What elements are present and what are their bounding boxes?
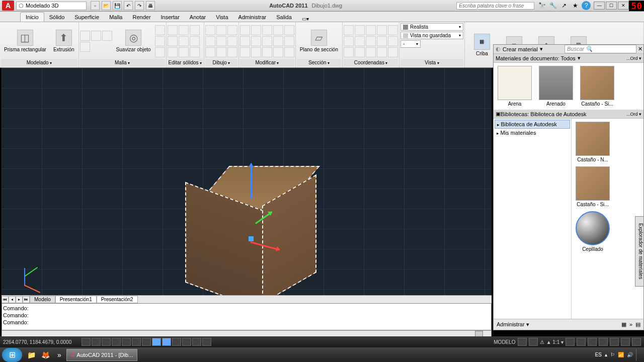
d-btn[interactable] [205, 36, 215, 46]
tab-salida[interactable]: Salida [271, 13, 297, 22]
suavizar-button[interactable]: Suavizar objeto [113, 29, 154, 53]
print-icon[interactable]: 🖶 [146, 1, 155, 10]
tray-arrow-icon[interactable]: ▴ [605, 352, 607, 357]
doc-materials-header[interactable]: Materiales de documento: Todos▾ ...Ord ▾ [494, 54, 643, 63]
explorer-icon[interactable]: 📁 [25, 349, 37, 361]
tree-autodesk-library[interactable]: Biblioteca de Autodesk [495, 120, 570, 129]
visual-style-combo[interactable]: Realista [400, 23, 463, 31]
material-arena[interactable]: Arena [497, 66, 533, 107]
volume-icon[interactable]: 🔊 [627, 352, 633, 357]
c-btn[interactable] [388, 36, 398, 46]
c-btn[interactable] [377, 25, 387, 35]
m-btn[interactable] [273, 25, 283, 35]
m-btn[interactable] [240, 25, 250, 35]
tab-presentacion1[interactable]: Presentación1 [55, 296, 97, 303]
m-btn[interactable] [262, 25, 272, 35]
tab-modelo[interactable]: Modelo [30, 296, 55, 303]
admin-dropdown[interactable]: Administrar ▾ [497, 321, 529, 328]
panel-title-modificar[interactable]: Modificar [240, 59, 294, 66]
workspace-selector[interactable]: Modelado 3D [16, 2, 87, 10]
d-btn[interactable] [227, 25, 237, 35]
criba-button[interactable]: ▦Criba [471, 33, 493, 57]
panel-title-malla[interactable]: Malla [80, 59, 165, 66]
se-btn[interactable] [190, 25, 200, 35]
close-button[interactable]: ✕ [618, 2, 629, 10]
footer-btn[interactable]: ▤ [635, 321, 640, 328]
materials-explorer-tab[interactable]: Explorador de materiales [635, 216, 644, 287]
m-btn[interactable] [262, 47, 272, 57]
status-btn[interactable] [610, 338, 619, 346]
taskbar-autocad[interactable]: AAutoCAD 2011 - [Dib... [66, 349, 137, 361]
lang-indicator[interactable]: ES [595, 352, 602, 357]
dyn-toggle[interactable] [162, 338, 171, 346]
tab-inicio[interactable]: Inicio [20, 12, 44, 22]
se-btn[interactable] [190, 47, 200, 57]
tab-solido[interactable]: Sólido [44, 13, 70, 22]
status-btn[interactable] [518, 338, 527, 346]
se-btn[interactable] [168, 36, 178, 46]
ducs-toggle[interactable] [152, 338, 161, 346]
layout-next[interactable]: ▸ [16, 296, 23, 303]
annotation-icon[interactable]: ⚠ [540, 339, 544, 345]
tab-vista[interactable]: Vista [211, 13, 233, 22]
maximize-button[interactable]: ☐ [606, 2, 617, 10]
library-header[interactable]: ▣ Bibliotecas: Biblioteca de Autodesk ..… [494, 110, 643, 119]
d-btn[interactable] [216, 47, 226, 57]
d-btn[interactable] [216, 25, 226, 35]
se-btn[interactable] [168, 47, 178, 57]
status-btn[interactable] [599, 338, 608, 346]
star-icon[interactable]: ★ [571, 1, 580, 10]
status-btn[interactable] [588, 338, 597, 346]
undo-icon[interactable]: ↶ [124, 1, 133, 10]
material-castano-si2[interactable]: Castaño - Si... [575, 166, 611, 207]
material-cepillado[interactable]: Cepillado [575, 211, 611, 252]
command-prompt-line[interactable]: Comando: [3, 319, 490, 326]
panel-title-seccion[interactable]: Sección [297, 59, 341, 66]
d-btn[interactable] [205, 47, 215, 57]
tpy-toggle[interactable] [182, 338, 191, 346]
c-btn[interactable] [366, 36, 376, 46]
material-arenado[interactable]: Arenado [538, 66, 574, 107]
lwt-toggle[interactable] [172, 338, 181, 346]
c-btn[interactable] [388, 25, 398, 35]
show-desktop[interactable] [636, 349, 640, 361]
status-btn[interactable] [577, 338, 586, 346]
m-btn[interactable] [251, 47, 261, 57]
m-btn[interactable] [273, 36, 283, 46]
layout-first[interactable]: ⏮ [2, 296, 9, 303]
qp-toggle[interactable] [192, 338, 201, 346]
help-search-input[interactable] [456, 2, 534, 10]
tab-render[interactable]: Render [127, 13, 155, 22]
layout-last[interactable]: ⏭ [23, 296, 30, 303]
view-combo[interactable]: Vista no guardada [400, 32, 463, 39]
c-btn[interactable] [355, 47, 365, 57]
c-btn[interactable] [344, 47, 354, 57]
redo-icon[interactable]: ↷ [135, 1, 144, 10]
m-btn[interactable] [262, 36, 272, 46]
m-btn[interactable] [284, 47, 294, 57]
mesh-btn[interactable] [91, 31, 101, 41]
se-btn[interactable] [190, 36, 200, 46]
ortho-toggle[interactable] [102, 338, 111, 346]
mesh-btn[interactable] [80, 42, 90, 52]
new-icon[interactable]: ▫ [91, 1, 100, 10]
status-btn[interactable] [529, 338, 538, 346]
material-search-input[interactable]: Buscar 🔍 [565, 45, 636, 53]
scale-combo[interactable]: ▲ 1:1 ▾ [546, 339, 564, 345]
sc-toggle[interactable] [202, 338, 211, 346]
tab-superficie[interactable]: Superficie [69, 13, 104, 22]
se-btn[interactable] [179, 25, 189, 35]
command-window[interactable]: Comando: Comando: Comando: [2, 303, 492, 330]
app-logo[interactable]: A [2, 1, 14, 11]
footer-btn[interactable]: ▦ [621, 321, 626, 328]
extrusion-button[interactable]: Extrusión [50, 29, 77, 53]
tree-my-materials[interactable]: Mis materiales [495, 129, 570, 137]
prisma-button[interactable]: Prisma rectangular [1, 29, 49, 53]
tab-anotar[interactable]: Anotar [185, 13, 211, 22]
se-btn[interactable] [168, 25, 178, 35]
create-material-dropdown[interactable]: Crear material ▾ [494, 46, 565, 52]
footer-btn[interactable]: » [629, 321, 632, 328]
panel-title-dibujo[interactable]: Dibujo [205, 59, 237, 66]
grid-toggle[interactable] [92, 338, 101, 346]
3d-viewport[interactable] [2, 68, 492, 296]
